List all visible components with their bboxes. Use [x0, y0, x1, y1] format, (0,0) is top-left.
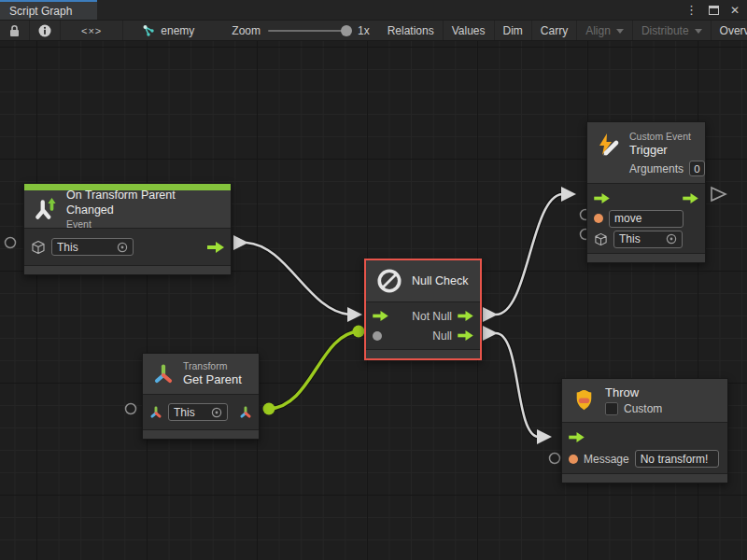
- arguments-count-field[interactable]: 0: [689, 161, 705, 176]
- close-icon[interactable]: ✕: [730, 5, 740, 16]
- tab-title: Script Graph: [9, 5, 72, 18]
- transform-port-icon[interactable]: [149, 406, 162, 419]
- maximize-icon[interactable]: [709, 6, 719, 15]
- value-in-dot[interactable]: [569, 455, 578, 464]
- node-footer: [562, 473, 727, 483]
- node-footer: [24, 265, 231, 274]
- value-in-dot[interactable]: [594, 214, 603, 223]
- flow-out-arrow-icon[interactable]: [683, 193, 698, 203]
- relations-button[interactable]: Relations: [379, 21, 444, 40]
- tab-script-graph[interactable]: Script Graph: [0, 0, 97, 20]
- zoom-control: Zoom 1x: [223, 21, 378, 40]
- transform-event-icon: [34, 197, 58, 221]
- graph-name: enemy: [161, 24, 194, 37]
- carry-button[interactable]: Carry: [532, 21, 577, 40]
- node-footer: [143, 429, 259, 439]
- dim-button[interactable]: Dim: [495, 21, 532, 40]
- node-get-parent[interactable]: Transform Get Parent This: [142, 353, 260, 440]
- lock-button[interactable]: [0, 21, 30, 40]
- arguments-label: Arguments: [629, 162, 684, 175]
- align-dropdown[interactable]: Align: [577, 21, 633, 40]
- node-trigger-custom-event[interactable]: Custom Event Trigger Arguments 0: [586, 121, 706, 263]
- chevron-down-icon: [695, 29, 702, 34]
- message-label: Message: [584, 453, 629, 466]
- gameobject-cube-icon: [31, 240, 46, 255]
- code-icon: <×>: [81, 25, 102, 36]
- window-tab-bar: Script Graph ⋮ ✕: [0, 0, 747, 20]
- node-null-check[interactable]: Null Check Not Null Null: [364, 259, 482, 360]
- target-picker-icon[interactable]: [211, 407, 222, 418]
- zoom-label: Zoom: [232, 24, 261, 37]
- node-subtitle: Event: [66, 217, 221, 231]
- node-title: On Transform Parent Changed: [66, 188, 221, 218]
- graph-reference[interactable]: enemy: [123, 21, 203, 40]
- info-button[interactable]: [30, 21, 61, 40]
- graph-icon: [142, 24, 155, 36]
- node-footer: [587, 253, 705, 262]
- transform-out-port-icon[interactable]: [239, 406, 252, 419]
- node-throw[interactable]: Throw Custom Message No transform!: [561, 378, 728, 483]
- transform-icon: [152, 363, 175, 385]
- flow-out-arrow-icon[interactable]: [458, 330, 473, 341]
- custom-event-icon: [597, 133, 621, 157]
- overview-button[interactable]: Overview: [712, 21, 747, 40]
- flow-in-arrow-icon[interactable]: [373, 311, 388, 321]
- flow-out-arrow-icon[interactable]: [458, 311, 473, 321]
- node-on-transform-parent-changed[interactable]: On Transform Parent Changed Event This: [23, 183, 232, 275]
- values-button[interactable]: Values: [444, 21, 495, 40]
- custom-checkbox[interactable]: [605, 402, 618, 415]
- gameobject-cube-icon: [594, 232, 608, 246]
- port-label-not-null: Not Null: [412, 310, 452, 323]
- this-target-dropdown[interactable]: This: [51, 238, 134, 256]
- distribute-dropdown[interactable]: Distribute: [633, 21, 712, 40]
- graph-toolbar: <×> enemy Zoom 1x Relations Values Dim C…: [0, 20, 747, 41]
- value-in-dot[interactable]: [373, 331, 382, 341]
- this-target-dropdown[interactable]: This: [168, 403, 228, 421]
- info-icon: [38, 24, 51, 37]
- flow-in-arrow-icon[interactable]: [569, 432, 585, 442]
- node-title: Throw: [605, 385, 662, 401]
- lock-icon: [8, 24, 21, 37]
- node-title: Trigger: [629, 143, 705, 159]
- event-name-input[interactable]: move: [609, 210, 684, 228]
- this-target-dropdown[interactable]: This: [613, 231, 683, 248]
- message-input[interactable]: No transform!: [635, 450, 719, 468]
- node-footer: [366, 349, 480, 358]
- target-picker-icon[interactable]: [666, 233, 677, 245]
- zoom-value: 1x: [358, 24, 370, 37]
- edit-code-button[interactable]: <×>: [61, 21, 123, 40]
- custom-label: Custom: [624, 402, 662, 415]
- zoom-slider-handle[interactable]: [341, 25, 352, 36]
- flow-in-arrow-icon[interactable]: [594, 193, 610, 203]
- node-title: Null Check: [412, 273, 468, 288]
- null-check-icon: [375, 267, 403, 295]
- script-graph-window: Script Graph ⋮ ✕ <×> enemy: [0, 0, 747, 560]
- target-picker-icon[interactable]: [117, 242, 128, 253]
- chevron-down-icon: [616, 29, 624, 34]
- throw-error-icon: [571, 388, 597, 413]
- zoom-slider[interactable]: [268, 30, 350, 32]
- node-category: Transform: [183, 359, 242, 372]
- window-controls: ⋮ ✕: [685, 0, 747, 20]
- node-category: Custom Event: [629, 130, 705, 143]
- flow-out-arrow-icon[interactable]: [207, 242, 224, 253]
- window-menu-icon[interactable]: ⋮: [685, 4, 698, 16]
- port-label-null: Null: [432, 329, 452, 343]
- node-title: Get Parent: [183, 372, 242, 388]
